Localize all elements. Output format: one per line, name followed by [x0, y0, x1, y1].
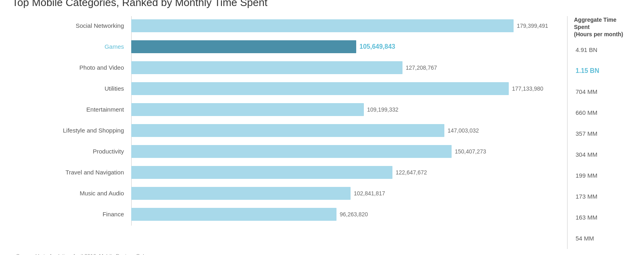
- category-label: Entertainment: [12, 106, 129, 113]
- bar-container: 122,647,672: [129, 166, 567, 179]
- aggregate-value: 1.15 BN: [574, 60, 632, 81]
- bar-row: Finance96,263,820: [12, 205, 567, 224]
- bar-value: 147,003,032: [448, 127, 479, 134]
- aggregate-value: 199 MM: [574, 165, 632, 186]
- category-label: Utilities: [12, 85, 129, 92]
- bar-value: 127,208,767: [406, 64, 437, 71]
- bar: [131, 19, 514, 32]
- aggregate-value: 4.91 BN: [574, 39, 632, 60]
- bars-section: Social Networking179,399,491Games105,649…: [12, 16, 567, 226]
- aggregate-value: 304 MM: [574, 144, 632, 165]
- bar: [131, 187, 351, 200]
- bar-row: Photo and Video127,208,767: [12, 58, 567, 77]
- bar-container: 102,841,817: [129, 187, 567, 200]
- bar-value: 179,399,491: [517, 23, 548, 29]
- bar-value: 96,263,820: [340, 211, 368, 218]
- aggregate-value: 173 MM: [574, 186, 632, 207]
- bar: [131, 61, 402, 74]
- bar-container: 150,407,273: [129, 145, 567, 158]
- aggregate-value: 704 MM: [574, 81, 632, 102]
- bar-container: 177,133,980: [129, 82, 567, 95]
- bar: [131, 124, 444, 137]
- bar: [131, 166, 392, 179]
- bar-row: Social Networking179,399,491: [12, 16, 567, 35]
- chart-body: Social Networking179,399,491Games105,649…: [12, 16, 632, 249]
- bar-container: 96,263,820: [129, 208, 567, 221]
- aggregate-value: 163 MM: [574, 207, 632, 228]
- bar-row: Productivity150,407,273: [12, 142, 567, 161]
- bar-container: 179,399,491: [129, 19, 567, 32]
- bar-value: 150,407,273: [455, 148, 486, 155]
- source-text: Source: Verto Analytics, April 2016, Mob…: [12, 253, 632, 255]
- category-label: Lifestyle and Shopping: [12, 127, 129, 134]
- bar-container: 105,649,843: [129, 40, 567, 53]
- category-label: Travel and Navigation: [12, 169, 129, 176]
- bar-container: 109,199,332: [129, 103, 567, 116]
- category-label: Finance: [12, 211, 129, 218]
- bar-value: 122,647,672: [396, 169, 427, 176]
- aggregate-value: 54 MM: [574, 228, 632, 249]
- category-label: Music and Audio: [12, 190, 129, 197]
- bar-container: 127,208,767: [129, 61, 567, 74]
- bar-row: Games105,649,843: [12, 37, 567, 56]
- bar: [131, 103, 364, 116]
- bar-value: 102,841,817: [354, 190, 385, 197]
- aggregate-value: 357 MM: [574, 123, 632, 144]
- chart-title: Top Mobile Categories, Ranked by Monthly…: [12, 0, 632, 9]
- chart-wrapper: Top Mobile Categories, Ranked by Monthly…: [8, 0, 636, 255]
- category-label: Games: [12, 43, 129, 50]
- bar: [131, 208, 336, 221]
- category-label: Social Networking: [12, 22, 129, 29]
- category-label: Productivity: [12, 148, 129, 155]
- bar-row: Entertainment109,199,332: [12, 100, 567, 119]
- bar-value: 109,199,332: [367, 106, 398, 113]
- bar: [131, 40, 356, 53]
- bar-row: Music and Audio102,841,817: [12, 184, 567, 203]
- bar-value: 177,133,980: [512, 85, 543, 92]
- bar-container: 147,003,032: [129, 124, 567, 137]
- aggregate-header: Aggregate Time Spent(Hours per month): [574, 16, 632, 37]
- bar-row: Lifestyle and Shopping147,003,032: [12, 121, 567, 140]
- bar: [131, 82, 509, 95]
- aggregate-value: 660 MM: [574, 102, 632, 123]
- bar-row: Utilities177,133,980: [12, 79, 567, 98]
- category-label: Photo and Video: [12, 64, 129, 71]
- aggregate-section: Aggregate Time Spent(Hours per month) 4.…: [568, 16, 632, 249]
- bar-value: 105,649,843: [359, 43, 395, 50]
- bar: [131, 145, 452, 158]
- bar-row: Travel and Navigation122,647,672: [12, 163, 567, 182]
